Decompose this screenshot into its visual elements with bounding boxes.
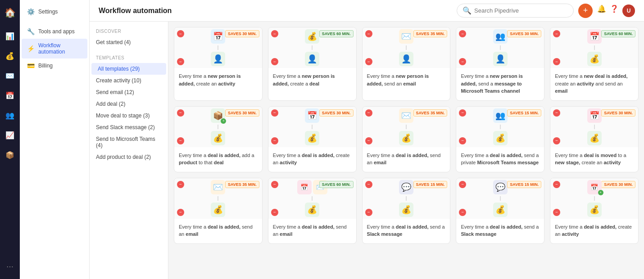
action-icon: 📦+ — [211, 108, 225, 123]
remove-icon2: − — [365, 209, 372, 216]
card-badge: SAVES 60 MIN. — [601, 30, 635, 37]
left-navigation: 🏠 📊 💰 ✉️ 📅 👥 📈 📦 ⋯ — [0, 0, 20, 279]
template-card[interactable]: SAVES 15 MIN. 👥 💰 − − Every time a deal … — [456, 106, 544, 172]
template-card[interactable]: SAVES 35 MIN. ✉️ 👤 − − Every time a new … — [362, 27, 451, 101]
nav-more[interactable]: ⋯ — [2, 258, 18, 274]
help-icon[interactable]: ❓ — [610, 4, 619, 17]
nav-leads[interactable]: 📊 — [2, 28, 18, 44]
card-illustration: SAVES 60 MIN. 💰 👤 − − — [268, 27, 356, 68]
action-icon: 👥 — [493, 108, 508, 123]
template-card[interactable]: SAVES 60 MIN. 📅 ✉️ 💰 − − — [268, 178, 357, 244]
card-body: Every time a new person is added, send a… — [363, 68, 450, 93]
template-card[interactable]: SAVES 30 MIN. 📅 👤 − − Every time a new p… — [174, 27, 263, 101]
panel-item-create-activity[interactable]: Create activity (10) — [90, 75, 168, 86]
panel-item-send-email[interactable]: Send email (12) — [90, 86, 168, 98]
remove-icon2: − — [459, 137, 466, 144]
page-title: Workflow automation — [99, 7, 172, 15]
remove-icon2: − — [365, 58, 372, 65]
remove-icon2: − — [365, 137, 372, 144]
remove-icon2: − — [459, 209, 466, 216]
search-input[interactable] — [474, 7, 568, 14]
card-illustration: SAVES 35 MIN. ✉️ 💰 − − — [363, 107, 450, 147]
card-text: Every time a deal is added, send a priva… — [461, 152, 540, 166]
remove-icon2: − — [553, 137, 560, 144]
template-card[interactable]: SAVES 60 MIN. 💰 👤 − − Every time a new p… — [268, 27, 357, 101]
template-card[interactable]: SAVES 30 MIN. 📦+ 💰 − − Every time a deal… — [174, 106, 263, 172]
settings-icon: ⚙️ — [27, 8, 35, 15]
avatar[interactable]: U — [622, 4, 635, 17]
template-card[interactable]: SAVES 15 MIN. 💬 💰 − − Every time a deal … — [456, 178, 544, 244]
remove-icon: − — [459, 109, 466, 117]
panel-item-get-started[interactable]: Get started (4) — [90, 36, 168, 48]
templates-title: TEMPLATES — [90, 53, 168, 63]
template-card[interactable]: SAVES 35 MIN. ✉️ 💰 − − Every time a deal… — [362, 106, 451, 172]
card-illustration: SAVES 30 MIN. 📅 👤 − − — [174, 27, 262, 68]
card-body: Every time a deal is added, send an emai… — [174, 219, 262, 243]
remove-icon: − — [365, 30, 372, 37]
panel-item-send-slack[interactable]: Send Slack message (2) — [90, 122, 168, 133]
header-right: 🔍 + 🔔 ❓ U — [457, 4, 635, 18]
trigger-icon: 💰 — [305, 202, 319, 217]
sidebar: ⚙️ Settings 🔧 Tools and apps ⚡ Workflow … — [20, 0, 90, 279]
card-body: Every time a new person is added, send a… — [456, 68, 544, 100]
main-area: DISCOVER Get started (4) TEMPLATES All t… — [90, 22, 644, 279]
sidebar-item-tools[interactable]: 🔧 Tools and apps — [22, 24, 87, 39]
template-card[interactable]: SAVES 30 MIN. 📅 💰 − − Every time a deal … — [550, 106, 639, 172]
nav-contacts[interactable]: 👥 — [2, 107, 18, 123]
card-illustration: SAVES 30 MIN. 📦+ 💰 − − — [174, 107, 262, 147]
template-card[interactable]: SAVES 30 MIN. 📅 💰 − − Every time a deal … — [268, 106, 357, 172]
card-body: Every time a deal is added, add a produc… — [174, 147, 262, 172]
sidebar-item-workflow[interactable]: ⚡ Workflow automation — [22, 39, 87, 58]
action-icon: 📅 — [297, 180, 312, 194]
nav-activities[interactable]: 📅 — [2, 87, 18, 104]
card-illustration: SAVES 60 MIN. 📅 💰 − − — [550, 27, 638, 68]
notification-icon[interactable]: 🔔 — [597, 4, 606, 17]
card-text: Every time a new person is added, create… — [179, 72, 258, 87]
card-text: Every time a deal is added, send an emai… — [179, 223, 258, 238]
trigger-icon: 💰 — [211, 202, 225, 217]
action-icon: 💬 — [399, 180, 413, 194]
nav-products[interactable]: 📦 — [2, 147, 18, 163]
template-card[interactable]: SAVES 30 MIN. 📅 + 💰 − − — [550, 178, 639, 244]
remove-icon2: − — [271, 137, 278, 144]
search-box[interactable]: 🔍 — [457, 4, 574, 18]
card-body: Every time a new person is added, create… — [268, 68, 356, 93]
add-button[interactable]: + — [578, 4, 593, 18]
template-card[interactable]: SAVES 15 MIN. 💬 💰 − − Every time a deal … — [362, 178, 451, 244]
panel-item-move-deal[interactable]: Move deal to stage (3) — [90, 110, 168, 122]
remove-icon: − — [553, 109, 560, 117]
remove-icon2: − — [177, 137, 184, 144]
trigger-icon: 💰 — [587, 52, 602, 66]
remove-icon: − — [553, 30, 560, 37]
remove-icon2: − — [553, 209, 560, 216]
nav-mail[interactable]: ✉️ — [2, 68, 18, 84]
card-badge: SAVES 30 MIN. — [507, 30, 541, 37]
header-icons: 🔔 ❓ U — [597, 4, 635, 17]
sidebar-item-billing[interactable]: 💳 Billing — [22, 58, 87, 73]
remove-icon: − — [177, 181, 184, 188]
nav-insights[interactable]: 📈 — [2, 127, 18, 143]
content-area: Workflow automation 🔍 + 🔔 ❓ U DISCOVER G… — [90, 0, 644, 279]
remove-icon: − — [459, 30, 466, 37]
panel-item-add-product[interactable]: Add product to deal (2) — [90, 151, 168, 163]
sidebar-item-settings[interactable]: ⚙️ Settings — [22, 4, 87, 19]
card-body: Every time a deal is added, create an ac… — [550, 219, 638, 243]
nav-deals[interactable]: 💰 — [2, 48, 18, 64]
panel-item-send-teams[interactable]: Send to Microsoft Teams (4) — [90, 133, 168, 151]
plus-badge: + — [598, 190, 603, 195]
card-text: Every time a deal is added, create an ac… — [555, 223, 634, 238]
card-badge: SAVES 35 MIN. — [413, 30, 448, 37]
panel-item-add-deal[interactable]: Add deal (2) — [90, 98, 168, 110]
remove-icon: − — [459, 181, 466, 188]
template-card[interactable]: SAVES 35 MIN. ✉️ 💰 − − Every time a deal… — [174, 178, 263, 244]
card-badge: SAVES 60 MIN. — [319, 181, 354, 188]
card-badge: SAVES 30 MIN. — [225, 30, 259, 37]
template-card[interactable]: SAVES 60 MIN. 📅 💰 − − Every time a new d… — [550, 27, 639, 101]
trigger-icon: 👤 — [493, 52, 508, 66]
remove-icon2: − — [177, 58, 184, 65]
template-card[interactable]: SAVES 30 MIN. 👥 👤 − − Every time a new p… — [456, 27, 544, 101]
panel-item-all-templates[interactable]: All templates (29) — [91, 63, 166, 75]
card-badge: SAVES 30 MIN. — [601, 181, 635, 188]
card-illustration: SAVES 30 MIN. 📅 + 💰 − − — [550, 178, 638, 219]
app-logo[interactable]: 🏠 — [2, 4, 18, 21]
